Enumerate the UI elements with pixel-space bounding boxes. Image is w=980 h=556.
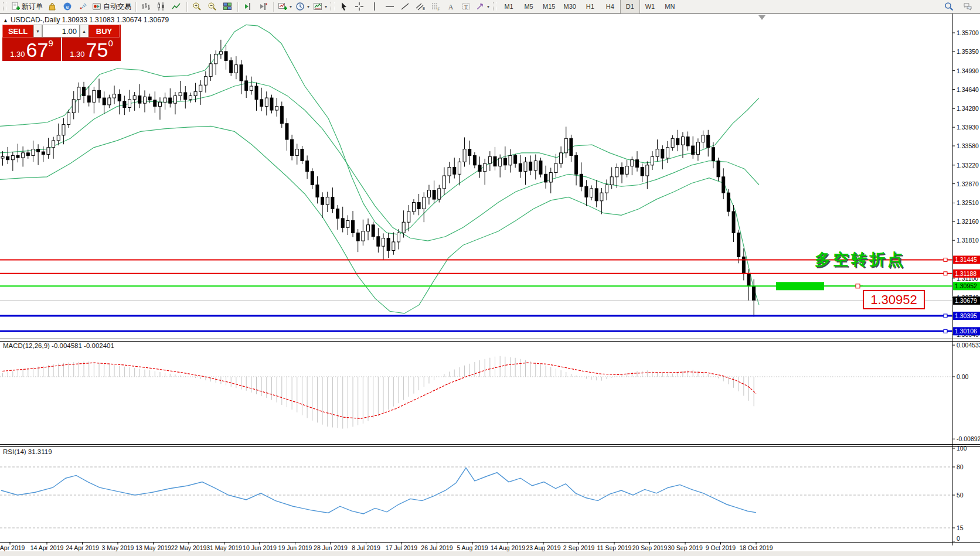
crosshair-button[interactable] — [352, 1, 367, 12]
shift-end-button[interactable] — [256, 1, 271, 12]
tile-windows-icon — [223, 2, 232, 11]
periods-button[interactable]: ▾ — [294, 1, 311, 12]
label-button[interactable]: T — [458, 1, 474, 12]
bars-chart-button[interactable] — [138, 1, 154, 12]
buy-price-display[interactable]: 1.30 75 0 — [62, 37, 121, 61]
scale-tick-label: 1.34640 — [957, 86, 979, 93]
search-button[interactable] — [941, 1, 957, 12]
tf-w1-button[interactable]: W1 — [640, 0, 660, 14]
cursor-button[interactable] — [336, 1, 352, 12]
date-label: 10 Jun 2019 — [243, 544, 277, 551]
macd-scale-label: 0.00 — [957, 373, 969, 380]
indicators-button[interactable]: ▾ — [276, 1, 294, 12]
scale-tick-label: 1.32510 — [957, 199, 979, 206]
arrows-dropdown-icon[interactable]: ▾ — [487, 4, 489, 9]
macd-panel-surface[interactable] — [0, 342, 952, 444]
tf-m1-button[interactable]: M1 — [499, 0, 519, 14]
periods-dropdown-icon[interactable]: ▾ — [307, 4, 309, 9]
tf-m30-button[interactable]: M30 — [559, 0, 580, 14]
fibo-icon: F — [431, 2, 440, 11]
line-handle[interactable] — [944, 329, 947, 333]
tf-d1-button[interactable]: D1 — [620, 0, 640, 14]
templates-button[interactable]: ▾ — [311, 1, 329, 12]
highlight-bar[interactable] — [776, 282, 824, 290]
signal-button[interactable] — [75, 1, 90, 12]
hline-button[interactable] — [382, 1, 397, 12]
tile-windows-button[interactable] — [220, 1, 235, 12]
indicators-dropdown-icon[interactable]: ▾ — [290, 4, 292, 9]
date-label: 26 Jul 2019 — [421, 544, 452, 551]
shift-chart-button[interactable] — [240, 1, 256, 12]
price-scale[interactable]: 1.357001.353501.349901.346401.342801.339… — [952, 13, 980, 545]
zoom-out-icon — [207, 2, 217, 11]
scale-tick-label: 1.32870 — [957, 180, 979, 187]
turning-point-annotation[interactable]: 多空转折点 — [815, 249, 906, 270]
price-label-box[interactable]: 1.30952 — [863, 290, 925, 309]
new-order-icon — [11, 2, 20, 11]
line-handle[interactable] — [944, 314, 947, 318]
rsi-label: RSI(14) 31.3119 — [3, 448, 52, 455]
sell-button[interactable]: SELL — [2, 25, 33, 37]
text-button[interactable]: A — [443, 1, 458, 12]
connector-handle[interactable] — [856, 284, 860, 288]
tf-h1-button[interactable]: H1 — [580, 0, 600, 14]
date-label: 30 Sep 2019 — [668, 544, 703, 551]
date-label: 20 Sep 2019 — [632, 544, 668, 551]
bars-chart-icon — [141, 2, 151, 11]
date-label: 11 Sep 2019 — [597, 544, 632, 551]
volume-up-button[interactable]: ▲ — [80, 25, 89, 37]
date-label: 19 Jun 2019 — [278, 544, 312, 551]
trendline-button[interactable] — [397, 1, 413, 12]
tf-m5-button[interactable]: M5 — [519, 0, 539, 14]
toolbar-right-icons — [941, 1, 979, 12]
sell-price-pip: 9 — [48, 39, 53, 47]
tf-m15-button[interactable]: M15 — [539, 0, 559, 14]
volume-down-button[interactable]: ▼ — [33, 25, 42, 37]
line-handle[interactable] — [944, 272, 947, 275]
new-order-button[interactable]: 新订单 — [9, 1, 45, 12]
chat-button[interactable] — [960, 1, 975, 12]
time-scale[interactable]: 4 Apr 201914 Apr 201924 Apr 20193 May 20… — [0, 543, 980, 552]
main-toolbar: 新订单e自动交易▾▾▾EFAT▾M1M5M15M30H1H4D1W1MN — [0, 0, 980, 13]
candles-chart-button[interactable] — [154, 1, 169, 12]
channel-button[interactable]: E — [413, 1, 428, 12]
bag-button[interactable] — [45, 1, 60, 12]
search-icon — [944, 2, 954, 11]
toolbar-grip[interactable] — [331, 2, 335, 11]
chat-icon — [963, 2, 972, 11]
channel-icon: E — [416, 2, 425, 11]
templates-dropdown-icon[interactable]: ▾ — [325, 4, 327, 9]
sell-price-prefix: 1.30 — [10, 50, 25, 59]
buy-button[interactable]: BUY — [89, 25, 120, 37]
line-chart-button[interactable] — [169, 1, 184, 12]
line-handle[interactable] — [944, 258, 947, 261]
community-button[interactable]: e — [60, 1, 75, 12]
toolbar-separator — [273, 2, 274, 12]
fibo-button[interactable]: F — [428, 1, 443, 12]
toolbar-grip[interactable] — [3, 2, 7, 11]
scale-tick-label: 1.34280 — [957, 105, 979, 112]
autotrading-button[interactable]: 自动交易 — [90, 1, 133, 12]
volume-input[interactable] — [42, 25, 80, 37]
sell-price-display[interactable]: 1.30 67 9 — [2, 37, 61, 61]
date-label: 2 Sep 2019 — [563, 544, 595, 551]
tf-h4-button[interactable]: H4 — [600, 0, 620, 14]
chart-canvas[interactable]: 1.357001.353501.349901.346401.342801.339… — [0, 13, 980, 556]
autotrading-icon — [92, 2, 101, 11]
toolbar-grip[interactable] — [493, 2, 497, 11]
vline-button[interactable] — [367, 1, 382, 12]
arrows-button[interactable]: ▾ — [474, 1, 491, 12]
buy-price-pip: 0 — [108, 39, 113, 47]
arrows-icon — [475, 2, 485, 11]
tf-mn-button[interactable]: MN — [660, 0, 680, 14]
zoom-out-button[interactable] — [205, 1, 220, 12]
zoom-in-button[interactable] — [189, 1, 205, 12]
shift-chart-icon — [243, 2, 253, 11]
date-label: 14 Aug 2019 — [491, 544, 525, 551]
crosshair-icon — [355, 2, 364, 11]
collapse-icon[interactable]: ▲ — [3, 18, 8, 23]
rsi-scale-label: 100 — [957, 445, 967, 452]
chart-window[interactable]: 1.357001.353501.349901.346401.342801.339… — [0, 13, 980, 556]
indicators-icon — [278, 2, 287, 11]
date-label: 18 Oct 2019 — [739, 544, 773, 551]
